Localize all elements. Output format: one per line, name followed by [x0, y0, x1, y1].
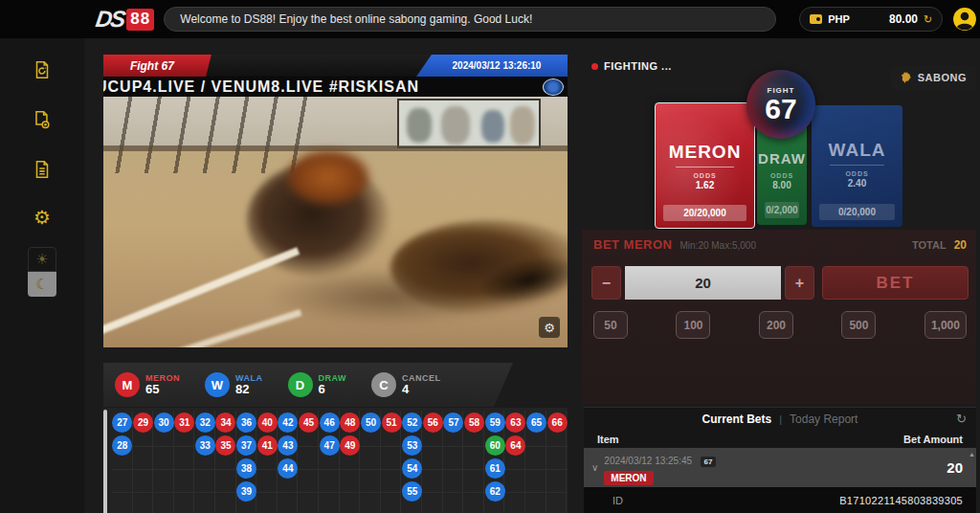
tab-today-report[interactable]: Today Report: [790, 413, 858, 426]
result-dot-54: 54: [402, 458, 422, 479]
chip-200[interactable]: 200: [759, 311, 793, 339]
draw-odds-label: ODDS: [757, 172, 807, 179]
wallet-icon: [810, 14, 822, 24]
wala-circle-icon: W: [205, 372, 230, 397]
bet-amount-input[interactable]: [625, 266, 781, 300]
stream-timestamp-badge: 2024/03/12 13:26:10: [416, 55, 568, 77]
ds88-logo[interactable]: DS 88: [96, 6, 154, 33]
chalk-line-2: [164, 309, 302, 347]
summary-text: MERON65: [145, 373, 180, 396]
result-dot-50: 50: [361, 413, 381, 433]
tab-separator: |: [779, 413, 782, 425]
bet-side-label: BET MERON: [593, 237, 673, 252]
increase-bet-button[interactable]: +: [785, 266, 814, 300]
result-dot-59: 59: [485, 413, 505, 433]
result-dot-32: 32: [195, 413, 215, 433]
chip-1000[interactable]: 1,000: [924, 311, 967, 339]
chevron-down-icon[interactable]: ∨: [591, 462, 598, 473]
balance-refresh-icon[interactable]: ↻: [924, 13, 932, 26]
result-dot-39: 39: [236, 481, 256, 502]
wala-card[interactable]: WALA ODDS 2.40 0/20,000: [812, 105, 902, 227]
result-dot-66: 66: [547, 413, 568, 433]
balance-value: 80.00: [889, 12, 918, 26]
light-mode-sun-icon[interactable]: ☀: [28, 247, 56, 272]
transaction-record-icon[interactable]: [26, 103, 58, 136]
summary-wala: WWALA82: [205, 372, 263, 397]
bet-zone: BET MERON Min:20 Max:5,000 TOTAL 20 − + …: [582, 230, 976, 404]
bets-column-headers: Item Bet Amount: [584, 430, 976, 448]
round-status: FIGHTING ...: [591, 60, 672, 72]
bet-record-icon[interactable]: [26, 54, 58, 86]
meron-bet-amount: 20/20,000: [663, 205, 746, 221]
currency-code: PHP: [828, 13, 850, 25]
meron-odds-value: 1.62: [656, 180, 754, 190]
chip-100[interactable]: 100: [676, 311, 710, 339]
bet-row[interactable]: ∨ 2024/03/12 13:25:45 67 MERON 20 ▲: [584, 448, 976, 487]
result-dot-45: 45: [299, 413, 319, 433]
bet-min-max: Min:20 Max:5,000: [680, 240, 757, 251]
result-dot-46: 46: [320, 413, 340, 433]
result-dot-47: 47: [320, 435, 340, 456]
wala-odds-label: ODDS: [812, 170, 902, 177]
result-dot-35: 35: [215, 435, 235, 456]
result-dot-33: 33: [195, 435, 215, 456]
quick-chips: 501002005001,000: [593, 311, 967, 339]
summary-count: 4: [402, 383, 441, 396]
chip-500[interactable]: 500: [841, 311, 876, 339]
column-item: Item: [597, 434, 619, 445]
stream-timestamp: 2024/03/12 13:26:10: [443, 60, 542, 71]
results-summary-bar: MMERON65WWALA82DDRAW6CCANCEL4: [103, 363, 513, 407]
live-video-player[interactable]: UCUP4.LIVE / VENUM8.LIVE #RISKISAN ⚙: [103, 77, 568, 347]
user-avatar[interactable]: [952, 7, 977, 32]
top-bar: DS 88 Welcome to DS88! Enjoy the best on…: [0, 0, 980, 38]
chip-50[interactable]: 50: [593, 311, 628, 339]
wallet-balance[interactable]: PHP 80.00 ↻: [799, 7, 943, 32]
bets-refresh-icon[interactable]: ↻: [956, 412, 967, 426]
result-dot-64: 64: [505, 435, 525, 456]
result-dot-43: 43: [278, 435, 298, 456]
wala-bet-amount: 0/20,000: [819, 204, 895, 220]
arena-cage: [103, 97, 314, 173]
result-dot-65: 65: [526, 413, 546, 433]
fight-number-badge: Fight 67: [103, 55, 212, 77]
result-dot-52: 52: [402, 413, 422, 433]
status-text: FIGHTING ...: [604, 60, 672, 72]
wala-title: WALA: [812, 140, 902, 161]
meron-card[interactable]: MERON ODDS 1.62 20/20,000: [655, 102, 755, 229]
bet-fight-badge: 67: [701, 457, 717, 467]
grid-scrollbar[interactable]: [103, 410, 107, 513]
bet-id-value: B1710221145803839305: [839, 495, 963, 506]
bet-button[interactable]: BET: [822, 266, 969, 300]
result-dot-28: 28: [112, 435, 132, 456]
rooster-orange: [285, 148, 371, 206]
divider: [676, 167, 735, 167]
column-bet-amount: Bet Amount: [903, 434, 963, 445]
draw-title: DRAW: [757, 150, 807, 167]
result-dot-42: 42: [278, 413, 298, 433]
draw-odds-value: 8.00: [757, 180, 807, 190]
summary-count: 65: [145, 383, 180, 396]
stream-marquee-text: UCUP4.LIVE / VENUM8.LIVE #RISKISAN: [103, 78, 419, 96]
decrease-bet-button[interactable]: −: [591, 266, 621, 300]
result-dot-38: 38: [236, 458, 256, 479]
stream-section: Fight 67 2024/03/12 13:26:10: [103, 55, 568, 513]
current-bets-panel: Current Bets | Today Report ↻ Item Bet A…: [584, 407, 976, 513]
dark-mode-moon-icon[interactable]: ☾: [28, 272, 56, 297]
report-icon[interactable]: [26, 153, 58, 186]
scroll-up-arrow-icon[interactable]: ▲: [969, 451, 975, 457]
summary-text: WALA82: [235, 373, 263, 396]
tab-current-bets[interactable]: Current Bets: [702, 413, 772, 426]
summary-cancel: CCANCEL4: [371, 372, 441, 397]
video-settings-gear-icon[interactable]: ⚙: [539, 317, 560, 338]
meron-odds-label: ODDS: [656, 172, 754, 179]
summary-meron: MMERON65: [115, 372, 180, 397]
total-label: TOTAL: [912, 239, 947, 251]
betting-panel: FIGHTING ... SABONG MERON ODDS 1.62 20/2…: [582, 55, 976, 513]
total-value: 20: [954, 238, 967, 252]
result-dot-56: 56: [423, 413, 443, 433]
wala-odds-value: 2.40: [812, 178, 902, 189]
fight-number: 67: [765, 95, 796, 123]
settings-gear-icon[interactable]: ⚙: [26, 201, 58, 234]
result-dot-62: 62: [485, 481, 505, 502]
result-dot-40: 40: [257, 413, 278, 433]
